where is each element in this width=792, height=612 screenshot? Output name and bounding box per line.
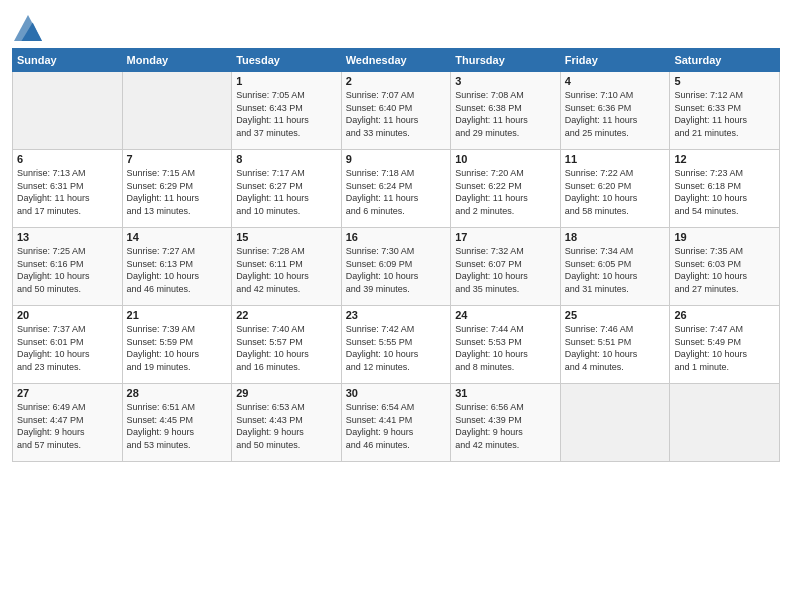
day-number: 15 [236, 231, 337, 243]
day-number: 25 [565, 309, 666, 321]
day-number: 16 [346, 231, 447, 243]
day-info: Sunrise: 7:40 AM Sunset: 5:57 PM Dayligh… [236, 323, 337, 373]
day-cell: 14Sunrise: 7:27 AM Sunset: 6:13 PM Dayli… [122, 228, 232, 306]
day-cell: 18Sunrise: 7:34 AM Sunset: 6:05 PM Dayli… [560, 228, 670, 306]
day-cell [122, 72, 232, 150]
day-cell: 4Sunrise: 7:10 AM Sunset: 6:36 PM Daylig… [560, 72, 670, 150]
day-cell: 1Sunrise: 7:05 AM Sunset: 6:43 PM Daylig… [232, 72, 342, 150]
day-info: Sunrise: 7:35 AM Sunset: 6:03 PM Dayligh… [674, 245, 775, 295]
day-number: 18 [565, 231, 666, 243]
day-cell: 26Sunrise: 7:47 AM Sunset: 5:49 PM Dayli… [670, 306, 780, 384]
day-number: 27 [17, 387, 118, 399]
header [12, 10, 780, 42]
day-info: Sunrise: 7:05 AM Sunset: 6:43 PM Dayligh… [236, 89, 337, 139]
day-cell: 25Sunrise: 7:46 AM Sunset: 5:51 PM Dayli… [560, 306, 670, 384]
day-cell: 11Sunrise: 7:22 AM Sunset: 6:20 PM Dayli… [560, 150, 670, 228]
day-cell: 29Sunrise: 6:53 AM Sunset: 4:43 PM Dayli… [232, 384, 342, 462]
day-info: Sunrise: 6:51 AM Sunset: 4:45 PM Dayligh… [127, 401, 228, 451]
day-number: 19 [674, 231, 775, 243]
day-info: Sunrise: 7:42 AM Sunset: 5:55 PM Dayligh… [346, 323, 447, 373]
week-row-4: 20Sunrise: 7:37 AM Sunset: 6:01 PM Dayli… [13, 306, 780, 384]
day-cell: 15Sunrise: 7:28 AM Sunset: 6:11 PM Dayli… [232, 228, 342, 306]
day-number: 21 [127, 309, 228, 321]
day-number: 1 [236, 75, 337, 87]
day-info: Sunrise: 6:56 AM Sunset: 4:39 PM Dayligh… [455, 401, 556, 451]
day-cell [670, 384, 780, 462]
header-cell-monday: Monday [122, 49, 232, 72]
day-cell: 12Sunrise: 7:23 AM Sunset: 6:18 PM Dayli… [670, 150, 780, 228]
day-cell [13, 72, 123, 150]
day-number: 6 [17, 153, 118, 165]
week-row-2: 6Sunrise: 7:13 AM Sunset: 6:31 PM Daylig… [13, 150, 780, 228]
day-info: Sunrise: 6:49 AM Sunset: 4:47 PM Dayligh… [17, 401, 118, 451]
week-row-3: 13Sunrise: 7:25 AM Sunset: 6:16 PM Dayli… [13, 228, 780, 306]
header-row: SundayMondayTuesdayWednesdayThursdayFrid… [13, 49, 780, 72]
day-info: Sunrise: 7:46 AM Sunset: 5:51 PM Dayligh… [565, 323, 666, 373]
day-info: Sunrise: 7:37 AM Sunset: 6:01 PM Dayligh… [17, 323, 118, 373]
day-info: Sunrise: 7:17 AM Sunset: 6:27 PM Dayligh… [236, 167, 337, 217]
day-number: 8 [236, 153, 337, 165]
day-info: Sunrise: 7:07 AM Sunset: 6:40 PM Dayligh… [346, 89, 447, 139]
day-cell: 23Sunrise: 7:42 AM Sunset: 5:55 PM Dayli… [341, 306, 451, 384]
day-cell: 19Sunrise: 7:35 AM Sunset: 6:03 PM Dayli… [670, 228, 780, 306]
day-number: 29 [236, 387, 337, 399]
day-number: 14 [127, 231, 228, 243]
day-info: Sunrise: 7:25 AM Sunset: 6:16 PM Dayligh… [17, 245, 118, 295]
header-cell-saturday: Saturday [670, 49, 780, 72]
day-info: Sunrise: 7:32 AM Sunset: 6:07 PM Dayligh… [455, 245, 556, 295]
day-info: Sunrise: 7:23 AM Sunset: 6:18 PM Dayligh… [674, 167, 775, 217]
day-number: 10 [455, 153, 556, 165]
day-info: Sunrise: 7:12 AM Sunset: 6:33 PM Dayligh… [674, 89, 775, 139]
day-number: 22 [236, 309, 337, 321]
header-cell-sunday: Sunday [13, 49, 123, 72]
day-number: 31 [455, 387, 556, 399]
day-cell: 24Sunrise: 7:44 AM Sunset: 5:53 PM Dayli… [451, 306, 561, 384]
day-info: Sunrise: 7:18 AM Sunset: 6:24 PM Dayligh… [346, 167, 447, 217]
day-info: Sunrise: 7:10 AM Sunset: 6:36 PM Dayligh… [565, 89, 666, 139]
day-number: 13 [17, 231, 118, 243]
day-info: Sunrise: 7:28 AM Sunset: 6:11 PM Dayligh… [236, 245, 337, 295]
logo [12, 14, 42, 42]
logo-icon [14, 14, 42, 42]
day-number: 23 [346, 309, 447, 321]
day-cell: 13Sunrise: 7:25 AM Sunset: 6:16 PM Dayli… [13, 228, 123, 306]
day-number: 9 [346, 153, 447, 165]
calendar-table: SundayMondayTuesdayWednesdayThursdayFrid… [12, 48, 780, 462]
day-info: Sunrise: 7:15 AM Sunset: 6:29 PM Dayligh… [127, 167, 228, 217]
day-info: Sunrise: 7:39 AM Sunset: 5:59 PM Dayligh… [127, 323, 228, 373]
day-cell: 27Sunrise: 6:49 AM Sunset: 4:47 PM Dayli… [13, 384, 123, 462]
day-number: 24 [455, 309, 556, 321]
day-cell: 10Sunrise: 7:20 AM Sunset: 6:22 PM Dayli… [451, 150, 561, 228]
day-cell: 3Sunrise: 7:08 AM Sunset: 6:38 PM Daylig… [451, 72, 561, 150]
day-number: 28 [127, 387, 228, 399]
day-info: Sunrise: 7:30 AM Sunset: 6:09 PM Dayligh… [346, 245, 447, 295]
header-cell-wednesday: Wednesday [341, 49, 451, 72]
day-info: Sunrise: 7:27 AM Sunset: 6:13 PM Dayligh… [127, 245, 228, 295]
day-cell: 9Sunrise: 7:18 AM Sunset: 6:24 PM Daylig… [341, 150, 451, 228]
day-number: 26 [674, 309, 775, 321]
day-number: 17 [455, 231, 556, 243]
day-info: Sunrise: 6:53 AM Sunset: 4:43 PM Dayligh… [236, 401, 337, 451]
day-info: Sunrise: 7:08 AM Sunset: 6:38 PM Dayligh… [455, 89, 556, 139]
day-number: 5 [674, 75, 775, 87]
day-number: 2 [346, 75, 447, 87]
day-info: Sunrise: 7:34 AM Sunset: 6:05 PM Dayligh… [565, 245, 666, 295]
day-cell: 30Sunrise: 6:54 AM Sunset: 4:41 PM Dayli… [341, 384, 451, 462]
day-cell [560, 384, 670, 462]
day-info: Sunrise: 7:44 AM Sunset: 5:53 PM Dayligh… [455, 323, 556, 373]
day-cell: 7Sunrise: 7:15 AM Sunset: 6:29 PM Daylig… [122, 150, 232, 228]
day-cell: 31Sunrise: 6:56 AM Sunset: 4:39 PM Dayli… [451, 384, 561, 462]
day-number: 20 [17, 309, 118, 321]
week-row-5: 27Sunrise: 6:49 AM Sunset: 4:47 PM Dayli… [13, 384, 780, 462]
week-row-1: 1Sunrise: 7:05 AM Sunset: 6:43 PM Daylig… [13, 72, 780, 150]
day-info: Sunrise: 7:22 AM Sunset: 6:20 PM Dayligh… [565, 167, 666, 217]
day-number: 11 [565, 153, 666, 165]
day-cell: 21Sunrise: 7:39 AM Sunset: 5:59 PM Dayli… [122, 306, 232, 384]
header-cell-tuesday: Tuesday [232, 49, 342, 72]
day-number: 30 [346, 387, 447, 399]
day-info: Sunrise: 7:47 AM Sunset: 5:49 PM Dayligh… [674, 323, 775, 373]
day-number: 3 [455, 75, 556, 87]
day-cell: 17Sunrise: 7:32 AM Sunset: 6:07 PM Dayli… [451, 228, 561, 306]
day-cell: 22Sunrise: 7:40 AM Sunset: 5:57 PM Dayli… [232, 306, 342, 384]
day-info: Sunrise: 7:13 AM Sunset: 6:31 PM Dayligh… [17, 167, 118, 217]
